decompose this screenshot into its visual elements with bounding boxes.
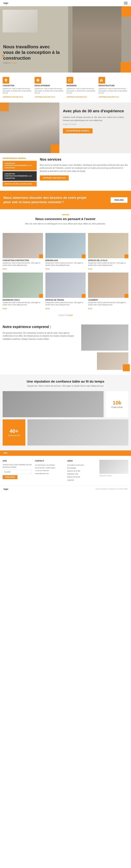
- experience-content: Avec plus de 30 ans d'expérience Habitan…: [59, 102, 131, 153]
- footer-link-4[interactable]: Ingénieurs civils: [67, 472, 96, 475]
- footer: SITE Abonnez-vous à notre newsletter pou…: [0, 456, 131, 486]
- feature-4-text: Sample text. Click to select the text bo…: [99, 88, 128, 94]
- footer-link-5[interactable]: Espaces de travail: [67, 475, 96, 478]
- navigation: logo: [0, 0, 131, 6]
- stat-number-1: 10k: [113, 400, 122, 405]
- grid-text-1: Sample text. Click to select the text bo…: [3, 262, 43, 266]
- logo: logo: [3, 2, 8, 4]
- footer-bottom-text: Mentions légales et politique de confide…: [95, 488, 128, 490]
- grid-text-5: Sample text. Click to select the text bo…: [46, 302, 86, 306]
- feature-2-link[interactable]: APPRENEZ ENCORE PLUS: [34, 96, 55, 98]
- exp-c-img-2: [97, 352, 128, 370]
- feature-ingenierie: INGÉNIERIE Sample text. Click to select …: [67, 77, 97, 98]
- grid-link-5[interactable]: PLUS: [46, 308, 50, 310]
- services-btn[interactable]: APPRENEZ ENCORE PLUS: [40, 176, 69, 181]
- feature-2-title: DÉVELOPPEMENT: [34, 85, 64, 87]
- footer-col3-title: LIENS: [67, 460, 96, 462]
- grid-link-1[interactable]: PLUS: [3, 268, 7, 270]
- stat-image-2: [27, 420, 128, 445]
- experience-caption: Image de Freepik: [63, 123, 128, 125]
- conception-title: Nous concevons en pensant à l'avenir: [3, 217, 128, 221]
- feature-1-title: CONCEPTION: [3, 85, 32, 87]
- conception-divider: [62, 214, 69, 215]
- developpement-icon: [34, 77, 41, 84]
- exp-c-img-1: [81, 324, 128, 351]
- footer-bottom-logo: logo: [3, 488, 8, 490]
- exp-c-content: Notre expérience comprend : Dix groupes …: [3, 324, 78, 341]
- grid-img-2: [46, 233, 86, 258]
- service-item-1[interactable]: CONCEPTIONCONSTRUCTION RÉSIDENTIEL À LAC…: [3, 161, 37, 170]
- experience-orange-top: [0, 102, 9, 111]
- footer-link-3[interactable]: Espaces de la ville: [67, 470, 96, 472]
- grid-title-6: LOGEMENT: [88, 299, 128, 301]
- newsletter-input[interactable]: [3, 470, 32, 474]
- footer-image: [99, 460, 129, 474]
- experience-text: Habitant morbi tristique senectus et. Ne…: [63, 116, 128, 122]
- feature-1-text: Sample text. Click to select the text bo…: [3, 88, 32, 94]
- grid-link-6[interactable]: PLUS: [88, 308, 92, 310]
- grid-item-3: ESPACES DE LA VILLE Sample text. Click t…: [88, 233, 128, 270]
- feature-3-link[interactable]: APPRENEZ ENCORE PLUS: [67, 96, 87, 98]
- grid-caption-link[interactable]: Freepik: [67, 314, 73, 316]
- footer-top-text: SITE: [3, 452, 128, 454]
- footer-col1-title: SITE: [3, 460, 32, 462]
- grid-img-5: [46, 273, 86, 298]
- footer-link-2[interactable]: Remodelage: [67, 467, 96, 470]
- services-section: ENTREPRENEUR GÉNÉRAL CONCEPTIONCONSTRUCT…: [0, 153, 131, 191]
- grid-services: CONCEPTION-CONSTRUCTION Sample text. Cli…: [0, 233, 131, 314]
- feature-4-title: INFRASTRUCTURE: [99, 85, 128, 87]
- hero-orange-top-right: [121, 6, 131, 17]
- hero-map: [3, 10, 37, 32]
- conception-icon: [3, 77, 9, 84]
- exp-c-images: [81, 324, 128, 370]
- experience-btn[interactable]: ENTREPRENEUR GÉNÉRAL: [63, 128, 93, 133]
- conception-subtitle: Bien sûr notre idée en se développant et…: [22, 222, 109, 225]
- stat-image-1: [3, 391, 104, 417]
- experience-image: [0, 102, 59, 153]
- grid-img-3: [88, 233, 128, 258]
- cta-text: Nous aimerions discuter des besoins de v…: [3, 196, 89, 204]
- grid-img-1: [3, 233, 43, 258]
- grid-item-2: REMODELAGE Sample text. Click to select …: [46, 233, 86, 270]
- features-section: CONCEPTION Sample text. Click to select …: [0, 72, 131, 102]
- grid-link-2[interactable]: PLUS: [46, 268, 50, 270]
- feature-conception: CONCEPTION Sample text. Click to select …: [3, 77, 32, 98]
- feature-2-text: Sample text. Click to select the text bo…: [34, 88, 64, 94]
- feature-developpement: DÉVELOPPEMENT Sample text. Click to sele…: [34, 77, 64, 98]
- feature-4-link[interactable]: APPRENEZ ENCORE PLUS: [99, 96, 119, 98]
- footer-link-6[interactable]: Logement: [67, 478, 96, 482]
- services-menu: ENTREPRENEUR GÉNÉRAL CONCEPTIONCONSTRUCT…: [3, 157, 37, 187]
- newsletter-btn[interactable]: S'inscrire: [3, 475, 18, 479]
- hamburger-icon[interactable]: [124, 2, 128, 4]
- reputation-section: Une réputation de confiance bâtie au fil…: [0, 375, 131, 451]
- feature-3-text: Sample text. Click to select the text bo…: [67, 88, 97, 94]
- stats-row-1: 10k Projets actives: [3, 391, 128, 417]
- hero-worker-image: [73, 6, 122, 72]
- footer-col-2: CONTACT 141 Red Street, 28 AberdamSan Fr…: [35, 460, 64, 482]
- footer-link-1[interactable]: Conception-construction: [67, 464, 96, 467]
- footer-address: 141 Red Street, 28 AberdamSan Francisco,…: [35, 464, 64, 469]
- grid-text-6: Sample text. Click to select the text bo…: [88, 302, 128, 306]
- stat-label-2: d'établissement: [8, 435, 20, 436]
- grid-text-3: Sample text. Click to select the text bo…: [88, 262, 128, 266]
- grid-link-4[interactable]: PLUS: [3, 308, 7, 310]
- cta-banner: Nous aimerions discuter des besoins de v…: [0, 191, 131, 209]
- footer-img-caption: Image de Freepik: [99, 475, 129, 476]
- feature-1-link[interactable]: APPRENEZ ENCORE PLUS: [3, 96, 23, 98]
- exp-c-title: Notre expérience comprend :: [3, 324, 78, 329]
- grid-text-2: Sample text. Click to select the text bo…: [46, 262, 86, 266]
- reputation-title: Une réputation de confiance bâtie au fil…: [3, 380, 128, 383]
- reputation-subtitle: Sample text. Click to select the text bo…: [22, 384, 109, 388]
- grid-link-3[interactable]: PLUS: [88, 268, 92, 270]
- cta-button[interactable]: PARLONS: [110, 197, 128, 203]
- ingenierie-icon: [67, 77, 73, 84]
- service-item-2[interactable]: CONCEPTIONCONSTRUCTION RÉSIDENTIEL À LAC…: [3, 171, 37, 181]
- footer-newsletter-desc: Abonnez-vous à notre newsletter pour les…: [3, 464, 32, 468]
- hero-caption-link[interactable]: Freepik: [11, 62, 17, 64]
- grid-title-1: CONCEPTION-CONSTRUCTION: [3, 259, 43, 261]
- footer-col2-label: CONTACT: [35, 460, 64, 462]
- service-item-3[interactable]: SERVICES DE PRÉ-CONSTRUCTION: [3, 182, 37, 186]
- feature-infrastructure: INFRASTRUCTURE Sample text. Click to sel…: [99, 77, 128, 98]
- services-label: ENTREPRENEUR GÉNÉRAL: [3, 157, 37, 159]
- experience-title: Avec plus de 30 ans d'expérience: [63, 108, 128, 114]
